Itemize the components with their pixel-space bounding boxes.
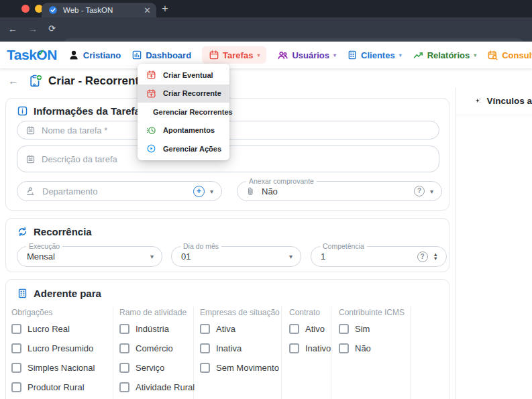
checkbox[interactable] [339,324,349,334]
checkbox-comercio[interactable]: Comércio [119,343,195,354]
checkbox[interactable] [119,363,129,373]
checkbox[interactable] [119,324,129,334]
nav-item-clientes[interactable]: Clientes ▾ [347,50,402,60]
nav-item-usuarios[interactable]: Usuários ▾ [277,50,336,61]
checkbox[interactable] [200,363,210,373]
browser-tab[interactable]: Web - TaskON ✕ [42,3,156,17]
trend-chart-icon [413,50,424,61]
screen: Web - TaskON ✕ + ← → ⟳ https://web.tasko… [0,0,532,399]
checkbox-servico[interactable]: Serviço [119,362,195,374]
menu-item-label: Gerenciar Ações [163,145,221,153]
avatar [68,49,80,61]
chevron-down-icon: ▾ [399,52,402,58]
sync-icon [17,226,28,237]
checkbox[interactable] [200,324,210,334]
checkbox[interactable] [11,382,21,392]
nav-item-relatorios[interactable]: Relatórios ▾ [413,50,477,61]
building-icon [17,288,28,299]
checkbox-atividade-rural[interactable]: Atividade Rural [119,382,195,393]
competencia-value: 1 [321,251,412,262]
checkbox-simples-nacional[interactable]: Simples Nacional [11,362,95,374]
tab-title: Web - TaskON [63,6,144,14]
page-title-row: ← Criar - Recorrente [0,70,146,93]
department-person-icon [25,186,36,196]
checkbox-sem-movimento[interactable]: Sem Movimento [200,362,280,374]
checkbox[interactable] [119,382,129,392]
browser-toolbar: ← → ⟳ https://web.taskon.com.br [0,17,532,42]
menu-item-apontamentos[interactable]: Apontamentos [138,121,229,140]
column-divider [410,306,411,399]
chevron-down-icon: ▾ [333,52,336,58]
checkbox[interactable] [339,343,349,353]
tab-close-icon[interactable]: ✕ [144,6,151,15]
nav-item-label: Dashboard [146,50,191,60]
nav-item-tarefas[interactable]: Tarefas ▾ [202,46,266,64]
checkbox-ativa[interactable]: Ativa [200,323,280,335]
menu-item-criar-recorrente[interactable]: Criar Recorrente [138,84,229,103]
execucao-select[interactable]: Execução Mensal ▾ [17,246,162,267]
vinculos-panel: Vínculos a [456,87,532,399]
section-header-recorrencia: Recorrência [17,226,92,237]
checkbox-inativa[interactable]: Inativa [200,343,280,354]
chevron-down-icon: ▾ [210,188,213,195]
back-button[interactable]: ← [8,75,19,87]
nome-da-tarefa-input[interactable] [42,125,431,135]
checkbox[interactable] [289,343,299,353]
nav-item-consultas[interactable]: Consultas ▾ [487,50,532,61]
menu-item-criar-eventual[interactable]: Criar Eventual [138,66,229,84]
anexar-comprovante-select[interactable]: Anexar comprovante Não ? ▾ [237,181,442,201]
checkbox-produtor-rural[interactable]: Produtor Rural [11,382,95,393]
checkbox[interactable] [200,343,210,353]
group-empresas-situacao: Empresas de situação Ativa Inativa Sem M… [200,308,280,382]
checkbox-lucro-real[interactable]: Lucro Real [11,323,95,335]
browser-back-button[interactable]: ← [8,23,17,34]
checkbox[interactable] [11,363,21,373]
calendar-search-icon [487,50,498,61]
traffic-light-close[interactable] [21,5,30,13]
help-icon[interactable]: ? [417,251,428,262]
dia-do-mes-label: Dia do mês [180,242,221,251]
calendar-plus-icon [146,70,156,80]
browser-reload-button[interactable]: ⟳ [48,23,56,34]
checkbox-inativo[interactable]: Inativo [289,343,331,354]
nav-item-dashboard[interactable]: Dashboard [131,50,191,60]
nav-user-menu[interactable]: Cristiano [68,49,121,61]
checkbox[interactable] [119,343,129,353]
checkbox-nao[interactable]: Não [339,343,405,354]
departamento-select[interactable]: Departamento + ▾ [17,181,222,201]
browser-forward-button[interactable]: → [28,23,38,34]
checkbox-sim[interactable]: Sim [339,323,405,335]
menu-item-gerenciar-recorrentes[interactable]: Gerenciar Recorrentes [138,103,229,121]
number-stepper[interactable]: ▲▼ [433,253,438,261]
help-icon[interactable]: ? [414,186,425,196]
execucao-value: Mensal [27,251,145,262]
checkbox[interactable] [11,324,21,334]
dia-do-mes-value: 01 [181,251,284,262]
checkbox[interactable] [11,343,21,353]
checkbox[interactable] [289,324,299,334]
step-down-icon[interactable]: ▼ [433,257,438,261]
add-departamento-button[interactable]: + [193,186,205,197]
competencia-field[interactable]: Competência 1 ? ▲▼ [311,246,447,267]
menu-item-gerenciar-acoes[interactable]: Gerenciar Ações [138,139,229,158]
checkbox-industria[interactable]: Indústria [119,323,195,335]
card-aderente-para: Aderente para Obrigações Lucro Real Lucr… [5,279,449,399]
section-title: Recorrência [34,226,92,237]
group-label: Empresas de situação [200,308,280,317]
competencia-label: Competência [320,242,367,251]
section-header-informacoes: Informações da Tarefa [17,105,140,117]
taskon-logo[interactable]: TaskO✓N [7,47,57,63]
execucao-label: Execução [26,242,62,251]
dia-do-mes-select[interactable]: Dia do mês 01 ▾ [171,246,301,267]
new-tab-button[interactable]: + [162,2,168,15]
chevron-down-icon: ▾ [430,188,433,195]
column-divider [281,306,282,399]
checkbox-ativo[interactable]: Ativo [289,323,331,335]
group-contribuinte-icms: Contribuinte ICMS Sim Não [339,308,405,362]
menu-item-label: Criar Eventual [163,71,213,79]
form-icon [25,154,36,164]
descricao-da-tarefa-input[interactable] [42,154,431,164]
checkbox-lucro-presumido[interactable]: Lucro Presumido [11,343,95,354]
nav-item-label: Usuários [292,50,329,60]
vinculos-panel-header: Vínculos a [456,87,532,115]
